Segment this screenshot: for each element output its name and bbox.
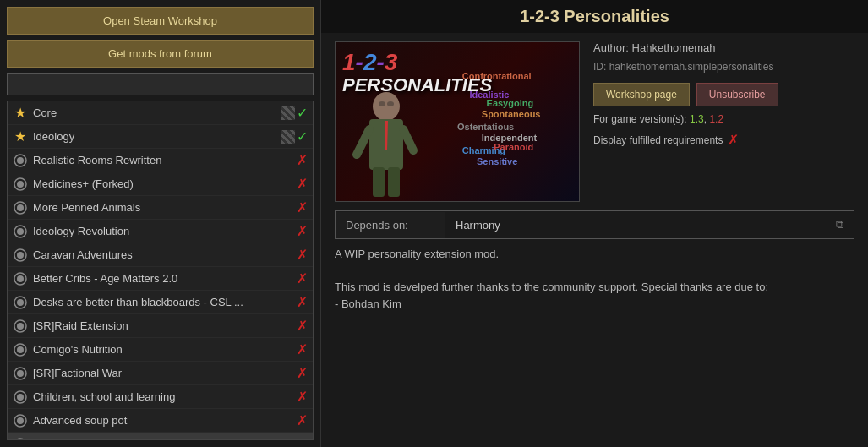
cross-icon: ✗	[297, 223, 308, 239]
left-panel: Open Steam Workshop Get mods from forum …	[0, 0, 321, 447]
mod-name-ideology: Ideology	[33, 130, 276, 143]
cross-icon: ✗	[297, 176, 308, 192]
svg-point-3	[17, 181, 24, 188]
cross-icon: ✗	[297, 294, 308, 310]
mod-item-realistic-rooms[interactable]: Realistic Rooms Rewritten✗	[8, 149, 313, 172]
display-req-toggle-icon[interactable]: ✗	[728, 132, 739, 148]
description-line3: - Bohdan Kim	[335, 296, 854, 313]
character-figure	[352, 74, 454, 201]
mod-item-caravan-adventures[interactable]: Caravan Adventures✗	[8, 243, 313, 267]
id-value: hahkethomemah.simplepersonalities	[609, 61, 774, 73]
svg-point-17	[17, 346, 24, 353]
svg-point-7	[17, 228, 24, 235]
mod-item-srraid[interactable]: [SR]Raid Extension✗	[8, 314, 313, 338]
mod-name-realistic-rooms: Realistic Rooms Rewritten	[33, 154, 292, 166]
mod-image: 1-2-3 PERSONALITIES ConfrontationalIdeal…	[335, 41, 580, 202]
cross-icon: ✗	[297, 389, 308, 405]
mod-status-realistic-rooms: ✗	[297, 152, 308, 168]
depends-section: Depends on: Harmony ⧉	[335, 210, 854, 239]
svg-point-24	[14, 439, 26, 441]
mod-name-children-school: Children, school and learning	[33, 390, 292, 403]
svg-point-23	[17, 417, 24, 424]
stripe-icon	[281, 130, 295, 144]
personality-word-confrontational: Confrontational	[462, 71, 532, 81]
mod-icon-ideology: ★	[13, 129, 28, 144]
depends-value: Harmony	[445, 212, 826, 238]
mod-item-core[interactable]: ★Core✓	[8, 101, 313, 125]
mod-status-srraid: ✗	[297, 318, 308, 334]
mod-name-better-cribs: Better Cribs - Age Matters 2.0	[33, 272, 292, 285]
svg-line-28	[357, 129, 369, 155]
svg-point-21	[17, 394, 24, 401]
mod-info-right: Author: Hahkethomemah ID: hahkethomemah.…	[593, 41, 854, 202]
id-label: ID:	[593, 61, 606, 73]
mod-icon-srfactional	[13, 366, 28, 381]
svg-point-26	[373, 92, 400, 121]
description-line2: This mod is develped further thanks to t…	[335, 279, 854, 296]
personality-word-easygoing: Easygoing	[487, 98, 534, 108]
right-panel: 1-2-3 Personalities 1-2-3 PERSONALITIES …	[321, 0, 868, 447]
open-steam-workshop-button[interactable]: Open Steam Workshop	[7, 7, 314, 35]
mod-status-more-penned: ✗	[297, 199, 308, 215]
search-input[interactable]	[7, 73, 314, 95]
mod-status-comigo-nutrition: ✗	[297, 341, 308, 357]
mod-item-ideology[interactable]: ★Ideology✓	[8, 125, 313, 149]
cross-icon: ✗	[297, 365, 308, 381]
mod-item-advanced-soup[interactable]: Advanced soup pot✗	[8, 409, 313, 433]
svg-point-11	[17, 275, 24, 282]
mod-item-children-school[interactable]: Children, school and learning✗	[8, 385, 313, 409]
cross-icon: ✗	[297, 199, 308, 215]
depends-copy-icon[interactable]: ⧉	[826, 211, 854, 238]
mod-item-desks-blackboards[interactable]: Desks are better than blackboards - CSL …	[8, 291, 313, 314]
mod-name-more-penned: More Penned Animals	[33, 201, 292, 214]
mod-name-core: Core	[33, 106, 276, 119]
cross-icon: ✗	[297, 270, 308, 286]
mod-name-srfactional: [SR]Factional War	[33, 367, 292, 379]
mod-name-personalities: 1-2-3 Personalities	[33, 438, 292, 440]
mod-name-caravan-adventures: Caravan Adventures	[33, 248, 292, 261]
mod-title: 1-2-3 Personalities	[321, 0, 868, 33]
mod-item-srfactional[interactable]: [SR]Factional War✗	[8, 362, 313, 385]
mod-name-comigo-nutrition: Comigo's Nutrition	[33, 343, 292, 356]
depends-label: Depends on:	[336, 212, 445, 238]
mod-item-medicines-forked[interactable]: Medicines+ (Forked)✗	[8, 172, 313, 196]
mod-item-ideology-revolution[interactable]: Ideology Revolution✗	[8, 220, 313, 243]
mod-icon-better-cribs	[13, 271, 28, 286]
display-fulfilled-requirements[interactable]: Display fulfilled requirements ✗	[593, 132, 854, 148]
mod-icon-realistic-rooms	[13, 153, 28, 168]
cross-icon: ✗	[297, 247, 308, 263]
svg-point-1	[17, 157, 24, 164]
personality-word-spontaneous: Spontaneous	[482, 109, 541, 119]
mod-item-more-penned[interactable]: More Penned Animals✗	[8, 196, 313, 220]
mod-status-ideology: ✓	[281, 128, 308, 144]
unsubscribe-button[interactable]: Unsubscribe	[696, 83, 778, 106]
mod-status-personalities: ✗	[297, 436, 308, 440]
svg-point-5	[17, 204, 24, 211]
stripe-icon	[281, 106, 295, 120]
mod-status-children-school: ✗	[297, 389, 308, 405]
cross-icon: ✗	[297, 318, 308, 334]
get-mods-forum-button[interactable]: Get mods from forum	[7, 40, 314, 68]
mod-icon-core: ★	[13, 106, 28, 121]
mod-status-caravan-adventures: ✗	[297, 247, 308, 263]
svg-rect-31	[388, 167, 400, 197]
svg-point-32	[379, 101, 385, 106]
mod-status-medicines-forked: ✗	[297, 176, 308, 192]
description-line1: A WIP personality extension mod.	[335, 246, 854, 263]
mod-item-personalities[interactable]: 1-2-3 Personalities✗	[8, 433, 313, 440]
mod-item-better-cribs[interactable]: Better Cribs - Age Matters 2.0✗	[8, 267, 313, 291]
personality-word-ostentatious: Ostentatious	[457, 122, 514, 132]
mod-name-medicines-forked: Medicines+ (Forked)	[33, 177, 292, 190]
mod-list: ★Core✓★Ideology✓Realistic Rooms Rewritte…	[7, 101, 314, 440]
mod-name-desks-blackboards: Desks are better than blackboards - CSL …	[33, 296, 292, 308]
author-label: Author:	[593, 41, 629, 54]
workshop-page-button[interactable]: Workshop page	[593, 83, 690, 106]
mod-item-comigo-nutrition[interactable]: Comigo's Nutrition✗	[8, 338, 313, 362]
version-1: 1.3	[690, 113, 704, 125]
svg-point-13	[17, 299, 24, 306]
game-version-label: For game version(s):	[593, 113, 687, 125]
svg-point-33	[387, 101, 394, 106]
svg-point-15	[17, 323, 24, 330]
mod-icon-caravan-adventures	[13, 248, 28, 263]
mod-name-srraid: [SR]Raid Extension	[33, 319, 292, 332]
